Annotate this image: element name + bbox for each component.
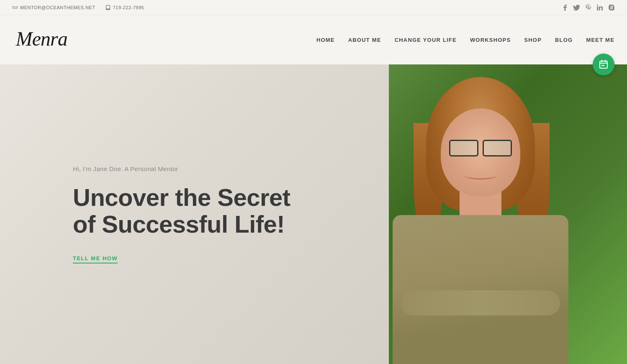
skype-icon — [609, 5, 614, 10]
email-icon — [13, 5, 18, 10]
header: Menra HOME ABOUT ME CHANGE YOUR LIFE WOR… — [0, 15, 627, 64]
nav-meet-me[interactable]: MEET ME — [586, 37, 614, 43]
svg-rect-5 — [601, 65, 603, 66]
pinterest-icon — [586, 4, 591, 11]
hero-cta-button[interactable]: TELL ME HOW — [73, 255, 118, 263]
hero-title-line1: Uncover the Secret — [73, 184, 290, 211]
phone-contact: 719-222-7995 — [105, 5, 144, 10]
nav-blog[interactable]: BLOG — [555, 37, 573, 43]
phone-text: 719-222-7995 — [113, 5, 144, 10]
logo[interactable]: Menra — [13, 24, 96, 56]
person-face — [441, 108, 520, 196]
nav-about-me[interactable]: ABOUT ME — [348, 37, 381, 43]
person-body — [393, 215, 568, 364]
skype-link[interactable] — [609, 5, 614, 10]
phone-icon — [105, 5, 110, 10]
hero-title: Uncover the Secret of Successful Life! — [73, 184, 290, 238]
linkedin-link[interactable] — [597, 5, 603, 10]
facebook-icon — [563, 4, 567, 11]
person-smile — [464, 171, 497, 179]
pinterest-link[interactable] — [586, 4, 591, 11]
hero-subtitle: Hi, I'm Jane Doe. A Personal Mentor — [73, 165, 290, 172]
person-arms — [401, 290, 560, 315]
nav-shop[interactable]: SHOP — [524, 37, 542, 43]
main-nav: HOME ABOUT ME CHANGE YOUR LIFE WORKSHOPS… — [316, 37, 614, 43]
email-contact: MENTOR@OCEANTHEMES.NET — [13, 5, 95, 10]
twitter-link[interactable] — [573, 5, 580, 10]
nav-change-your-life[interactable]: CHANGE YOUR LIFE — [395, 37, 457, 43]
svg-rect-1 — [600, 61, 607, 68]
nav-home[interactable]: HOME — [316, 37, 335, 43]
hero-section: Hi, I'm Jane Doe. A Personal Mentor Unco… — [0, 64, 627, 364]
calendar-icon — [599, 59, 609, 69]
logo-image: Menra — [13, 24, 96, 53]
nav-workshops[interactable]: WORKSHOPS — [470, 37, 511, 43]
svg-rect-6 — [603, 65, 604, 66]
hero-photo-area — [250, 64, 627, 364]
twitter-icon — [573, 5, 580, 10]
social-links — [563, 4, 614, 11]
svg-text:Menra: Menra — [15, 28, 67, 49]
hero-title-line2: of Successful Life! — [73, 210, 285, 238]
facebook-link[interactable] — [563, 4, 567, 11]
linkedin-icon — [597, 5, 603, 10]
person-glasses — [449, 140, 512, 156]
top-bar-contacts: MENTOR@OCEANTHEMES.NET 719-222-7995 — [13, 5, 144, 10]
hero-content: Hi, I'm Jane Doe. A Personal Mentor Unco… — [73, 165, 290, 264]
top-bar: MENTOR@OCEANTHEMES.NET 719-222-7995 — [0, 0, 627, 15]
calendar-button[interactable] — [593, 54, 614, 75]
email-text: MENTOR@OCEANTHEMES.NET — [20, 5, 95, 10]
